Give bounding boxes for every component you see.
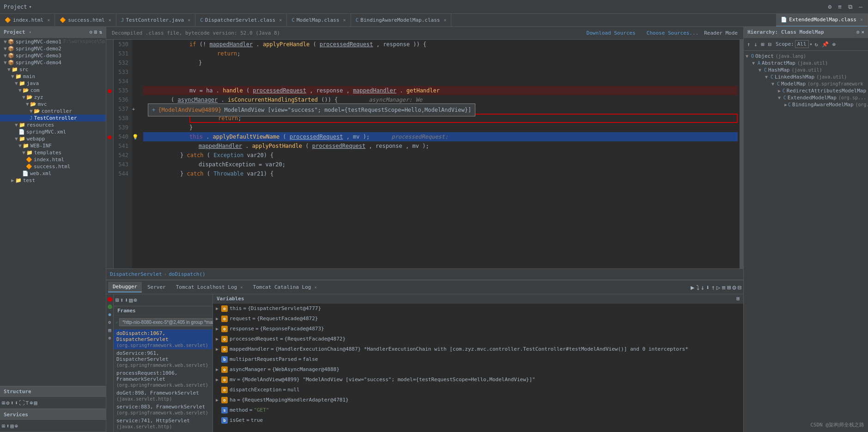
- frame-item-2[interactable]: processRequest:1006, FrameworkServlet (o…: [114, 369, 212, 389]
- tab-close-3[interactable]: ×: [279, 18, 282, 23]
- dbg-resume-icon[interactable]: ▶: [691, 284, 694, 291]
- sort-icon[interactable]: ⇅: [99, 29, 102, 35]
- hier-item-linkedhashmap[interactable]: ▼ C LinkedHashMap (java.util): [744, 73, 868, 80]
- settings-icon[interactable]: ⚙: [826, 2, 834, 12]
- frame-item-4[interactable]: service:883, FrameworkServlet (org.sprin…: [114, 403, 212, 417]
- hier-item-bindingaware[interactable]: ▶ C BindingAwareModelMap (org.sp...: [744, 101, 868, 108]
- tab-close-5[interactable]: ×: [443, 18, 446, 23]
- tab-success-html[interactable]: 🔶 success.html ×: [55, 14, 116, 27]
- tree-item-testcontroller[interactable]: J TestController: [0, 115, 106, 122]
- var-expand-mv[interactable]: ▶: [216, 376, 220, 384]
- dbg-step-into-icon[interactable]: ↓: [701, 284, 704, 291]
- hier-close-icon[interactable]: ×: [861, 29, 864, 35]
- dropdown-icon[interactable]: ▾: [29, 4, 32, 9]
- frm-icon1[interactable]: ⊞: [115, 297, 119, 304]
- var-processedrequest[interactable]: ▶ o processedRequest = {RequestFacade@48…: [213, 334, 743, 344]
- breadcrumb-method[interactable]: doDispatch(): [169, 271, 205, 277]
- var-this[interactable]: ▶ o this = {DispatcherServlet@4777}: [213, 304, 743, 314]
- dbg-more-icon[interactable]: ⊞: [727, 284, 731, 291]
- tab-bindingawaremodelmap[interactable]: C BindingAwareModelMap.class ×: [351, 14, 452, 27]
- frm-icon5[interactable]: ⊕: [134, 297, 137, 304]
- download-sources-link[interactable]: Download Sources: [587, 30, 636, 36]
- struct-icon5[interactable]: ⛶: [19, 400, 24, 406]
- var-expand-pr[interactable]: ▶: [216, 335, 220, 343]
- struct-icon3[interactable]: ⬆: [10, 400, 13, 406]
- tab-debugger[interactable]: Debugger: [108, 282, 142, 292]
- tab-modelmap[interactable]: C ModelMap.class ×: [287, 14, 351, 27]
- tree-item-test[interactable]: ▶ 📁 test: [0, 177, 106, 184]
- hier-expand-icon[interactable]: ⊕: [831, 40, 837, 49]
- dbg-step-over-icon[interactable]: ⤵: [696, 284, 699, 291]
- vertical-scrollbar[interactable]: [740, 40, 743, 268]
- var-response[interactable]: ▶ o response = {ResponseFacade@4873}: [213, 324, 743, 334]
- struct-icon7[interactable]: ⊕: [30, 400, 33, 406]
- hier-tb-icon4[interactable]: ⊟: [767, 40, 773, 49]
- tab-close-4[interactable]: ×: [343, 18, 346, 23]
- tree-item-main[interactable]: ▼ 📁 main: [0, 73, 106, 80]
- var-mv[interactable]: ▶ o mv = {ModelAndView@4899} "ModelAndVi…: [213, 375, 743, 385]
- var-method[interactable]: ▶ s method = "GET": [213, 405, 743, 415]
- tree-item-com[interactable]: ▼ 📂 com: [0, 87, 106, 94]
- choose-sources-link[interactable]: Choose Sources...: [647, 30, 699, 36]
- tree-item-webinf[interactable]: ▼ 📁 WEB-INF: [0, 142, 106, 149]
- tree-item-mvc[interactable]: ▼ 📂 mvc: [0, 101, 106, 108]
- frm-icon4[interactable]: ▤: [129, 297, 133, 304]
- var-expand-response[interactable]: ▶: [216, 325, 220, 333]
- frame-item-0[interactable]: doDispatch:1067, DispatcherServlet (org.…: [114, 329, 212, 349]
- svc-icon1[interactable]: ⊞: [2, 423, 5, 429]
- hier-settings-icon[interactable]: ⚙: [856, 29, 860, 35]
- tree-item-zyz[interactable]: ▼ 📂 zyz: [0, 94, 106, 101]
- hier-scope-value[interactable]: All: [795, 40, 809, 48]
- hier-tb-icon1[interactable]: ↑: [746, 40, 752, 49]
- gear-icon[interactable]: ⚙: [89, 29, 92, 35]
- dbg-step-out-icon[interactable]: ↑: [711, 284, 715, 291]
- var-expand-ha[interactable]: ▶: [216, 396, 220, 404]
- tree-item-demo3[interactable]: ▼ 📦 springMVC-demo3: [0, 52, 106, 59]
- expand-plus-icon[interactable]: +: [132, 107, 135, 112]
- struct-icon1[interactable]: ⊞: [2, 400, 5, 406]
- svc-icon3[interactable]: ▤: [10, 423, 13, 429]
- tree-item-webapp[interactable]: ▼ 📁 webapp: [0, 135, 106, 142]
- vars-icon1[interactable]: ⊞: [736, 296, 740, 302]
- dbg-force-step-icon[interactable]: ⬇: [706, 284, 710, 291]
- tree-item-webxml[interactable]: 📄 web.xml: [0, 170, 106, 177]
- var-expand-am[interactable]: ▶: [216, 365, 220, 374]
- hier-refresh-icon[interactable]: ↻: [813, 40, 819, 49]
- tree-item-success[interactable]: 🔶 success.html: [0, 163, 106, 170]
- var-dispatchexception[interactable]: ▶ o dispatchException = null: [213, 385, 743, 395]
- var-expand-mh[interactable]: ▶: [216, 345, 220, 353]
- tree-item-resources[interactable]: ▼ 📁 resources: [0, 122, 106, 128]
- dbg-eval-icon[interactable]: ≡: [722, 284, 725, 291]
- hier-item-redirect[interactable]: ▶ C RedirectAttributesModelMap: [744, 87, 868, 94]
- tree-item-springmvcxml[interactable]: 📄 springMVC.xml: [0, 128, 106, 135]
- hier-item-object[interactable]: ▼ O Object (java.lang): [744, 53, 868, 60]
- var-mappedhandler[interactable]: ▶ o mappedHandler = {HandlerExecutionCha…: [213, 344, 743, 354]
- tree-item-java[interactable]: ▼ 📁 java: [0, 80, 106, 87]
- frm-icon3[interactable]: ⬇: [125, 297, 128, 304]
- tree-item-demo1[interactable]: ▼ 📦 springMVC-demo1 F:\workspace\SpringM…: [0, 38, 106, 45]
- gutter-540-current[interactable]: ●: [106, 132, 113, 141]
- close-localhost-tab[interactable]: ×: [240, 285, 243, 290]
- tree-item-index[interactable]: 🔶 index.html: [0, 156, 106, 163]
- struct-icon2[interactable]: ⚙: [6, 400, 9, 406]
- frame-item-1[interactable]: doService:961, DispatcherServlet (org.sp…: [114, 349, 212, 369]
- struct-icon8[interactable]: ▤: [34, 400, 37, 406]
- var-ha[interactable]: ▶ o ha = {RequestMappingHandlerAdapter@4…: [213, 395, 743, 405]
- tab-server[interactable]: Server: [143, 282, 170, 292]
- tab-close-0[interactable]: ×: [47, 18, 50, 23]
- bulb-icon[interactable]: 💡: [132, 134, 139, 140]
- tree-item-controller[interactable]: ▼ 📂 controller: [0, 108, 106, 115]
- hier-item-hashmap[interactable]: ▼ C HashMap (java.util): [744, 67, 868, 73]
- svc-icon2[interactable]: ⬆: [6, 423, 9, 429]
- tree-item-src[interactable]: ▼ 📁 src: [0, 66, 106, 73]
- hier-scope-dropdown[interactable]: ▾: [810, 42, 813, 47]
- var-request[interactable]: ▶ o request = {RequestFacade@4872}: [213, 314, 743, 324]
- frame-item-3[interactable]: doGet:898, FrameworkServlet (javax.servl…: [114, 389, 212, 403]
- reader-mode-label[interactable]: Reader Mode: [704, 30, 738, 36]
- tab-testcontroller[interactable]: J TestController.java ×: [116, 14, 196, 27]
- hier-item-extendedmodelmap[interactable]: ▼ C ExtendedModelMap (org.sp...: [744, 94, 868, 101]
- struct-icon6[interactable]: ⊤: [25, 400, 29, 406]
- tab-index-html[interactable]: 🔶 index.html ×: [0, 14, 55, 27]
- dbg-run-cursor-icon[interactable]: ▷: [716, 284, 720, 291]
- hier-item-abstractmap[interactable]: ▼ A AbstractMap (java.util): [744, 60, 868, 67]
